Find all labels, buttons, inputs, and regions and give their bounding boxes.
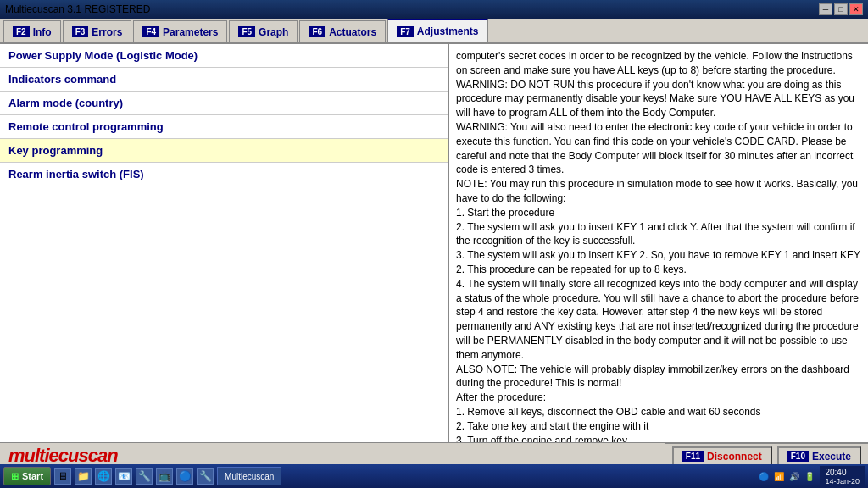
title-bar-controls[interactable]: ─ □ ✕ bbox=[819, 3, 863, 15]
execute-key: F10 bbox=[787, 451, 809, 462]
tab-label-adjustments: Adjustments bbox=[417, 25, 479, 37]
taskbar-icon-2[interactable]: 📁 bbox=[75, 468, 92, 485]
logo-suffix: scan bbox=[78, 445, 117, 466]
tab-label-actuators: Actuators bbox=[329, 26, 376, 38]
menu-item-alarm-mode[interactable]: Alarm mode (country) bbox=[0, 92, 448, 115]
clock-date: 14-Jan-20 bbox=[825, 477, 860, 485]
title-bar: Multiecuscan 3.1 REGISTERED ─ □ ✕ bbox=[0, 0, 868, 19]
execute-button[interactable]: F10 Execute bbox=[777, 446, 861, 467]
menu-item-indicators[interactable]: Indicators command bbox=[0, 68, 448, 92]
menu-item-key-programming[interactable]: Key programming bbox=[0, 139, 448, 163]
taskbar-icon-5[interactable]: 🔧 bbox=[136, 468, 153, 485]
taskbar-icon-bluetooth: 🔵 bbox=[759, 472, 769, 481]
tab-key-f2: F2 bbox=[13, 26, 30, 37]
clock-time: 20:40 bbox=[825, 468, 860, 477]
tab-key-f3: F3 bbox=[72, 26, 89, 37]
title-bar-text: Multiecuscan 3.1 REGISTERED bbox=[5, 3, 150, 15]
right-panel[interactable]: computer's secret codes in order to be r… bbox=[449, 44, 868, 442]
taskbar: ⊞ Start 🖥 📁 🌐 📧 🔧 📺 🔵 🔧 Multiecuscan 🔵 📶… bbox=[0, 464, 868, 488]
taskbar-right: 🔵 📶 🔊 🔋 20:40 14-Jan-20 bbox=[759, 466, 865, 487]
tab-key-f7: F7 bbox=[397, 26, 414, 37]
tab-parameters[interactable]: F4 Parameters bbox=[133, 20, 227, 42]
taskbar-left: ⊞ Start 🖥 📁 🌐 📧 🔧 📺 🔵 🔧 Multiecuscan bbox=[3, 467, 281, 485]
maximize-button[interactable]: □ bbox=[834, 3, 848, 15]
tab-key-f6: F6 bbox=[309, 26, 326, 37]
tab-adjustments[interactable]: F7 Adjustments bbox=[387, 19, 487, 42]
tab-label-info: Info bbox=[33, 26, 52, 38]
disconnect-button[interactable]: F11 Disconnect bbox=[672, 446, 772, 467]
tab-label-parameters: Parameters bbox=[163, 26, 218, 38]
tab-key-f5: F5 bbox=[238, 26, 255, 37]
clock: 20:40 14-Jan-20 bbox=[820, 466, 865, 487]
taskbar-icon-battery: 🔋 bbox=[804, 472, 815, 481]
taskbar-app[interactable]: Multiecuscan bbox=[217, 467, 281, 485]
info-text: computer's secret codes in order to be r… bbox=[456, 49, 861, 442]
disconnect-label: Disconnect bbox=[707, 451, 762, 463]
left-panel: Power Supply Mode (Logistic Mode) Indica… bbox=[0, 44, 449, 442]
tab-label-graph: Graph bbox=[259, 26, 288, 38]
tab-actuators[interactable]: F6 Actuators bbox=[299, 20, 386, 42]
menu-item-remote-control[interactable]: Remote control programming bbox=[0, 115, 448, 139]
taskbar-icon-network: 📶 bbox=[774, 472, 784, 481]
disconnect-key: F11 bbox=[682, 451, 704, 462]
tab-bar: F2 Info F3 Errors F4 Parameters F5 Graph… bbox=[0, 19, 868, 44]
taskbar-icon-1[interactable]: 🖥 bbox=[54, 468, 71, 485]
menu-item-power-supply[interactable]: Power Supply Mode (Logistic Mode) bbox=[0, 44, 448, 68]
tab-graph[interactable]: F5 Graph bbox=[229, 20, 298, 42]
taskbar-icon-6[interactable]: 📺 bbox=[156, 468, 173, 485]
logo-accent: ecu bbox=[49, 445, 79, 466]
taskbar-icon-7[interactable]: 🔵 bbox=[176, 468, 193, 485]
taskbar-icon-3[interactable]: 🌐 bbox=[95, 468, 112, 485]
tab-errors[interactable]: F3 Errors bbox=[63, 20, 132, 42]
start-button[interactable]: ⊞ Start bbox=[3, 467, 51, 485]
logo-prefix: multi bbox=[8, 445, 49, 466]
taskbar-icon-volume: 🔊 bbox=[789, 472, 799, 481]
close-button[interactable]: ✕ bbox=[849, 3, 863, 15]
menu-item-rearm-inertia[interactable]: Rearm inertia switch (FIS) bbox=[0, 163, 448, 186]
tab-info[interactable]: F2 Info bbox=[3, 20, 61, 42]
taskbar-icon-4[interactable]: 📧 bbox=[115, 468, 132, 485]
main-content: Power Supply Mode (Logistic Mode) Indica… bbox=[0, 44, 868, 442]
execute-label: Execute bbox=[812, 451, 851, 463]
tab-label-errors: Errors bbox=[92, 26, 122, 38]
taskbar-icon-8[interactable]: 🔧 bbox=[197, 468, 214, 485]
tab-key-f4: F4 bbox=[142, 26, 159, 37]
minimize-button[interactable]: ─ bbox=[819, 3, 832, 15]
